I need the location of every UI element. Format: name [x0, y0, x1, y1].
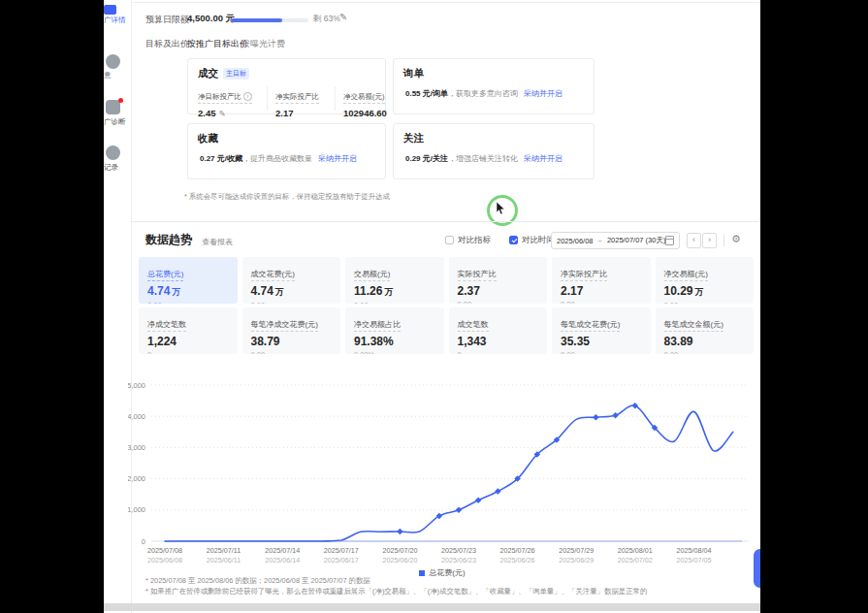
- sidebar-item-1-icon[interactable]: [106, 54, 120, 69]
- compare-metric-checkbox[interactable]: [445, 236, 454, 244]
- metric-card-5[interactable]: 净交易额(元)10.29万0.00: [656, 257, 755, 304]
- floating-side-handle[interactable]: [754, 549, 760, 588]
- compare-time-checkbox[interactable]: [509, 236, 518, 244]
- metric-card-1[interactable]: 成交花费(元)4.74万0.00: [242, 257, 341, 304]
- metric-compare-value: 0: [458, 350, 539, 354]
- data-point-marker: [495, 488, 501, 495]
- goal-card-2[interactable]: 收藏0.27 元/收藏，提升商品收藏数量采纳并开启: [187, 123, 386, 179]
- metric-compare-value: 0.00: [147, 301, 229, 304]
- goal-card-price: 0.27 元/收藏: [200, 154, 242, 163]
- notification-dot: [118, 98, 123, 103]
- metric-unit: 万: [384, 287, 393, 297]
- x-tick-label-current: 2025/07/23: [441, 546, 476, 555]
- metric-card-11[interactable]: 每笔成交金额(元)83.890.00: [656, 307, 755, 354]
- x-tick-label-current: 2025/08/04: [676, 546, 711, 555]
- budget-edit-pencil-icon[interactable]: ✎: [339, 12, 347, 22]
- goal-card-title: 收藏: [198, 132, 218, 145]
- goal-metrics-row: 净目标投产比i2.45✎净实际投产比2.17净交易额(元)102946.60: [198, 85, 381, 118]
- metric-value: 83.89: [664, 335, 746, 348]
- goal-note: * 系统会尽可能达成你设置的目标，保持稳定投放有助于提升达成: [184, 192, 390, 202]
- metric-label: 成交花费(元): [251, 269, 295, 281]
- app-window: 广详情意广诊断记录 预算日限额: 4,500.00 元 剩 63% ✎ 目标及出…: [104, 0, 760, 613]
- x-tick-label-current: 2025/07/29: [559, 546, 594, 555]
- metric-unit: 万: [172, 287, 180, 297]
- x-tick-label-compare: 2025/06/17: [324, 556, 359, 565]
- sidebar-item-0-label[interactable]: 广详情: [104, 16, 130, 25]
- goal-card-price: 0.29 元/关注: [405, 154, 448, 163]
- metric-value: 4.74万: [147, 284, 229, 299]
- metric-compare-value: 0.00: [251, 301, 333, 304]
- metric-card-10[interactable]: 每笔成交花费(元)35.350.00: [552, 307, 651, 354]
- budget-value: 4,500.00 元: [187, 13, 235, 25]
- info-icon[interactable]: i: [243, 92, 252, 101]
- metric-compare-value: 0.00: [251, 350, 333, 354]
- trend-line-chart: 01,0002,0003,0004,0005,0002025/07/082025…: [128, 371, 756, 567]
- metric-label: 每笔成交金额(元): [664, 319, 723, 332]
- metric-card-4[interactable]: 净实际投产比2.170.00: [552, 257, 651, 304]
- metric-label: 总花费(元): [147, 269, 183, 281]
- view-report-link[interactable]: 查看报表: [202, 237, 233, 247]
- metric-label: 净交易额占比: [354, 319, 401, 332]
- adopt-enable-link[interactable]: 采纳并开启: [524, 89, 563, 98]
- adopt-enable-link[interactable]: 采纳并开启: [524, 154, 563, 163]
- x-tick-label-current: 2025/07/14: [265, 546, 300, 555]
- x-tick-label-current: 2025/07/08: [147, 546, 182, 555]
- metric-card-9[interactable]: 成交笔数1,3430: [449, 307, 548, 354]
- gear-icon[interactable]: ⚙: [731, 233, 741, 245]
- metric-value: 1,343: [458, 335, 539, 348]
- goal-card-1[interactable]: 询单0.55 元/询单，获取更多意向咨询采纳并开启: [393, 58, 595, 114]
- metric-card-3[interactable]: 实际投产比2.370.00: [449, 257, 548, 304]
- x-tick-label-current: 2025/07/20: [382, 546, 417, 555]
- date-range-separator: ~: [598, 237, 602, 245]
- legend-label: 总花费(元): [429, 567, 465, 578]
- compare-time-label: 对比时间: [522, 235, 555, 246]
- section-divider: [131, 221, 760, 222]
- sidebar-item-3-icon[interactable]: [106, 145, 120, 160]
- sidebar-item-3-label[interactable]: 记录: [104, 163, 130, 173]
- y-tick-label: 5,000: [128, 381, 145, 390]
- bidding-option-goal[interactable]: 按推广目标出价: [187, 38, 248, 50]
- bidding-option-exposure[interactable]: 按曝光计费: [241, 38, 285, 50]
- horizontal-scrollbar[interactable]: [104, 603, 760, 611]
- metric-value: 2.17: [561, 284, 642, 298]
- x-tick-label-compare: 2025/07/05: [676, 556, 711, 565]
- data-point-marker: [475, 498, 482, 504]
- goal-card-price: 0.55 元/询单: [405, 89, 448, 98]
- metric-value: 11.26万: [354, 284, 435, 299]
- goal-metric-value: 102946.60: [343, 108, 387, 118]
- metric-compare-value: 0.00: [664, 350, 746, 354]
- metric-card-2[interactable]: 交易额(元)11.26万0.00: [345, 257, 444, 304]
- metric-unit: 万: [275, 287, 284, 297]
- main-goal-badge: 主目标: [223, 68, 249, 80]
- sidebar-item-0-icon[interactable]: [104, 5, 116, 15]
- date-prev-button[interactable]: ‹: [687, 233, 701, 248]
- metric-value: 1,224: [147, 335, 229, 348]
- goal-card-3[interactable]: 关注0.29 元/关注，增强店铺关注转化采纳并开启: [393, 123, 595, 179]
- metric-label: 净实际投产比: [561, 269, 607, 281]
- x-tick-label-current: 2025/07/11: [207, 546, 241, 555]
- metric-card-6[interactable]: 净成交笔数1,2240: [139, 307, 238, 354]
- adopt-enable-link[interactable]: 采纳并开启: [318, 154, 357, 163]
- goal-metric-1: 净实际投产比2.17: [275, 85, 327, 118]
- x-tick-label-compare: 2025/06/29: [559, 556, 594, 565]
- data-point-marker: [612, 412, 619, 419]
- goal-card-0[interactable]: 成交主目标净目标投产比i2.45✎净实际投产比2.17净交易额(元)102946…: [187, 58, 386, 114]
- sidebar-item-2-label[interactable]: 广诊断: [104, 117, 130, 127]
- x-tick-label-compare: 2025/06/08: [147, 556, 182, 565]
- metric-label: 交易额(元): [354, 269, 390, 281]
- trend-metric-grid: 总花费(元)4.74万0.00成交花费(元)4.74万0.00交易额(元)11.…: [139, 257, 754, 354]
- sidebar-item-1-label[interactable]: 意: [104, 71, 130, 81]
- edit-value-pencil-icon[interactable]: ✎: [219, 109, 226, 118]
- main-series-line: [165, 405, 733, 541]
- footnote-2: * 如果推广在暂停或删除前已经获得了曝光，那么在暂停或重建后展示「(净)交易额」…: [145, 587, 647, 597]
- metric-compare-value: 0: [147, 350, 229, 354]
- goal-card-desc-text: ，获取更多意向咨询: [448, 89, 518, 98]
- y-tick-label: 1,000: [128, 505, 145, 514]
- date-next-button[interactable]: ›: [702, 233, 717, 248]
- metric-card-0[interactable]: 总花费(元)4.74万0.00: [139, 257, 238, 304]
- metric-value: 38.79: [251, 335, 333, 348]
- metric-card-8[interactable]: 净交易额占比91.38%0.00%: [345, 307, 444, 354]
- metric-card-7[interactable]: 每笔净成交花费(元)38.790.00: [242, 307, 341, 354]
- date-range-input[interactable]: 2025/06/08 ~ 2025/07/07 (30天): [551, 232, 680, 249]
- data-point-marker: [593, 414, 599, 421]
